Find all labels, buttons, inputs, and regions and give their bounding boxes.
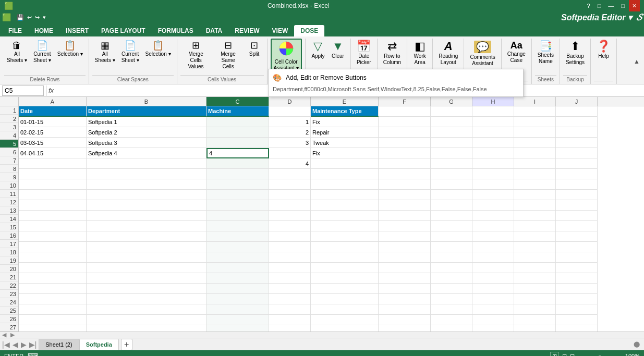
cell-E12[interactable] [311, 221, 379, 231]
col-header-e[interactable]: E [311, 97, 379, 106]
cell-E16[interactable] [311, 263, 379, 273]
current-sheet-delete-button[interactable]: 📄 CurrentSheet ▾ [31, 39, 54, 66]
row-num-26[interactable]: 26 [0, 315, 18, 323]
cell-C12[interactable] [206, 221, 269, 231]
col-header-c[interactable]: C [206, 97, 269, 106]
tab-home[interactable]: HOME [28, 25, 59, 36]
ribbon-toggle-button[interactable]: □ [594, 0, 604, 11]
cell-E11[interactable] [311, 211, 379, 221]
cell-E10[interactable] [311, 200, 379, 211]
cell-H15[interactable] [472, 252, 514, 263]
cell-d1[interactable] [269, 106, 311, 117]
apply-filter-button[interactable]: ▽ Apply [309, 39, 327, 62]
work-area-button[interactable]: ◧ WorkArea [410, 39, 429, 68]
row-num-7[interactable]: 7 [0, 156, 18, 165]
cell-A10[interactable] [19, 200, 87, 211]
col-header-h[interactable]: H [472, 97, 514, 106]
cell-e4[interactable]: Tweak [311, 138, 379, 148]
cell-h6[interactable] [472, 158, 514, 169]
cell-G14[interactable] [431, 242, 472, 252]
cell-C11[interactable] [206, 211, 269, 221]
cell-b1[interactable]: Department [87, 106, 206, 117]
cell-j1[interactable] [556, 106, 598, 117]
row-num-5[interactable]: 5 [0, 140, 18, 148]
cell-B18[interactable] [87, 284, 206, 294]
cell-A11[interactable] [19, 211, 87, 221]
cell-f2[interactable] [379, 117, 431, 127]
cell-d6[interactable]: 4 [269, 158, 311, 169]
cell-a3[interactable]: 02-02-15 [19, 127, 87, 138]
cell-E22[interactable] [311, 325, 379, 332]
cell-H14[interactable] [472, 242, 514, 252]
cell-D20[interactable] [269, 304, 311, 315]
cell-d2[interactable]: 1 [269, 117, 311, 127]
cell-color-dropdown[interactable]: 🎨 Add, Edit or Remove Buttons Department… [268, 69, 524, 97]
cell-I19[interactable] [514, 294, 556, 304]
row-num-19[interactable]: 19 [0, 256, 18, 265]
cell-J13[interactable] [556, 231, 598, 242]
row-num-15[interactable]: 15 [0, 223, 18, 231]
cell-F20[interactable] [379, 304, 431, 315]
cell-I9[interactable] [514, 190, 556, 200]
cell-d4[interactable]: 3 [269, 138, 311, 148]
cell-G15[interactable] [431, 252, 472, 263]
cell-G21[interactable] [431, 315, 472, 325]
cell-A22[interactable] [19, 325, 87, 332]
cell-D7[interactable] [269, 169, 311, 179]
cell-H10[interactable] [472, 200, 514, 211]
cell-H16[interactable] [472, 263, 514, 273]
row-num-16[interactable]: 16 [0, 231, 18, 240]
cell-A7[interactable] [19, 169, 87, 179]
cell-H21[interactable] [472, 315, 514, 325]
cell-F7[interactable] [379, 169, 431, 179]
cell-e6[interactable] [311, 158, 379, 169]
cell-H12[interactable] [472, 221, 514, 231]
row-num-8[interactable]: 8 [0, 165, 18, 173]
row-num-24[interactable]: 24 [0, 298, 18, 306]
change-case-button[interactable]: Aa ChangeCase [505, 39, 528, 66]
cell-G10[interactable] [431, 200, 472, 211]
cell-j6[interactable] [556, 158, 598, 169]
cell-i2[interactable] [514, 117, 556, 127]
cell-B7[interactable] [87, 169, 206, 179]
reading-layout-button[interactable]: A ReadingLayout [436, 39, 460, 68]
cell-J12[interactable] [556, 221, 598, 231]
cell-a6[interactable] [19, 158, 87, 169]
col-header-d[interactable]: D [269, 97, 311, 106]
row-num-3[interactable]: 3 [0, 123, 18, 131]
cell-c4[interactable] [206, 138, 269, 148]
horizontal-scrollbar[interactable]: ◀ ▶ [0, 332, 644, 338]
cell-B15[interactable] [87, 252, 206, 263]
cell-D9[interactable] [269, 190, 311, 200]
cell-E15[interactable] [311, 252, 379, 263]
help-button[interactable]: ? [584, 0, 593, 11]
cell-A13[interactable] [19, 231, 87, 242]
cell-E8[interactable] [311, 179, 379, 190]
row-num-27[interactable]: 27 [0, 323, 18, 332]
cell-G19[interactable] [431, 294, 472, 304]
cell-F17[interactable] [379, 273, 431, 284]
cell-J16[interactable] [556, 263, 598, 273]
cell-i6[interactable] [514, 158, 556, 169]
cell-h5[interactable] [472, 148, 514, 158]
cell-G13[interactable] [431, 231, 472, 242]
cell-g4[interactable] [431, 138, 472, 148]
cell-I7[interactable] [514, 169, 556, 179]
cell-B21[interactable] [87, 315, 206, 325]
tab-formulas[interactable]: FORMULAS [152, 25, 200, 36]
row-num-2[interactable]: 2 [0, 115, 18, 123]
cell-g1[interactable] [431, 106, 472, 117]
cell-g6[interactable] [431, 158, 472, 169]
cell-D13[interactable] [269, 231, 311, 242]
cell-I22[interactable] [514, 325, 556, 332]
cell-i3[interactable] [514, 127, 556, 138]
cell-I21[interactable] [514, 315, 556, 325]
cell-H17[interactable] [472, 273, 514, 284]
cell-e1[interactable]: Maintenance Type [311, 106, 379, 117]
cell-B20[interactable] [87, 304, 206, 315]
zoom-slider[interactable]: ─────○───── [578, 353, 622, 356]
cell-h4[interactable] [472, 138, 514, 148]
cell-I13[interactable] [514, 231, 556, 242]
row-num-9[interactable]: 9 [0, 173, 18, 181]
cell-F14[interactable] [379, 242, 431, 252]
